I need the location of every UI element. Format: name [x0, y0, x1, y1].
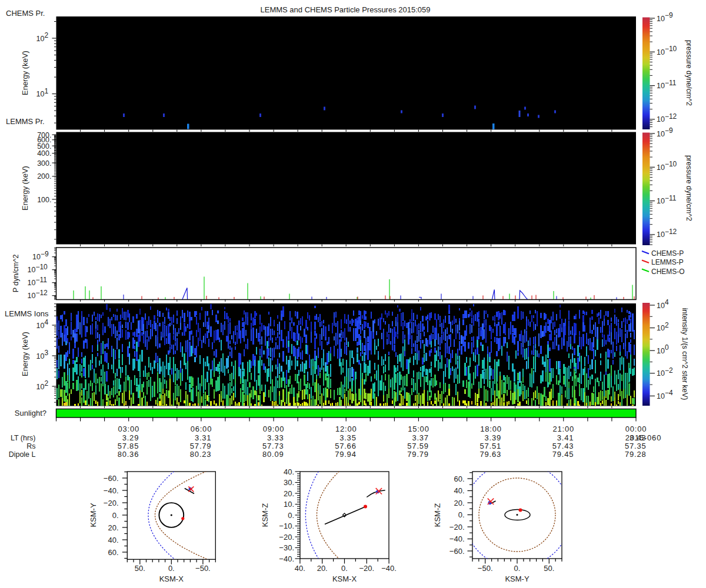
svg-text:0.: 0.: [341, 564, 348, 573]
svg-text:57.35: 57.35: [625, 442, 647, 450]
svg-text:200.: 200.: [37, 172, 51, 181]
svg-text:Energy (keV): Energy (keV): [21, 332, 29, 376]
svg-text:10−9: 10−9: [657, 126, 673, 138]
svg-text:−30.: −30.: [279, 543, 294, 552]
svg-text:57.43: 57.43: [552, 442, 574, 450]
svg-text:Rs: Rs: [26, 442, 35, 450]
svg-text:−50.: −50.: [195, 564, 211, 573]
svg-text:10−11: 10−11: [657, 79, 677, 91]
svg-text:KSM-Y: KSM-Y: [505, 574, 530, 583]
svg-text:10−12: 10−12: [28, 289, 48, 300]
svg-text:−20.: −20.: [279, 533, 294, 542]
svg-text:−60.: −60.: [449, 547, 465, 556]
svg-text:Energy (keV): Energy (keV): [21, 166, 29, 211]
svg-text:100.: 100.: [37, 196, 51, 204]
svg-text:KSM-Y: KSM-Y: [89, 503, 98, 527]
svg-text:pressure dyne/cm^2: pressure dyne/cm^2: [685, 40, 693, 106]
svg-text:−40.: −40.: [104, 486, 119, 495]
svg-text:60.: 60.: [454, 475, 464, 483]
svg-text:80.09: 80.09: [262, 450, 284, 459]
svg-text:CHEMS-O: CHEMS-O: [651, 268, 685, 276]
svg-text:Dipole L: Dipole L: [9, 450, 36, 459]
svg-text:−20.: −20.: [104, 499, 119, 507]
svg-text:intensity 1/(s cm^2 ster keV): intensity 1/(s cm^2 ster keV): [681, 308, 689, 400]
svg-text:101: 101: [36, 87, 49, 99]
svg-text:104: 104: [657, 298, 669, 310]
svg-text:40.: 40.: [108, 536, 118, 544]
svg-text:Sunlight?: Sunlight?: [15, 409, 46, 417]
svg-text:30.: 30.: [284, 478, 294, 487]
svg-text:79.63: 79.63: [480, 450, 502, 459]
svg-text:102: 102: [36, 31, 49, 43]
svg-text:400.: 400.: [37, 149, 51, 158]
svg-text:CHEMS-P: CHEMS-P: [651, 249, 684, 258]
svg-text:10−2: 10−2: [657, 366, 673, 378]
svg-text:0.: 0.: [288, 511, 294, 520]
svg-text:0.: 0.: [168, 564, 175, 573]
svg-text:79.94: 79.94: [335, 450, 357, 459]
svg-text:−40.: −40.: [279, 554, 294, 563]
svg-text:10.: 10.: [284, 500, 294, 509]
svg-text:3.41: 3.41: [557, 433, 574, 442]
svg-text:80.23: 80.23: [190, 450, 212, 459]
svg-text:50.: 50.: [544, 564, 554, 573]
svg-text:Energy (keV): Energy (keV): [21, 51, 29, 95]
svg-text:40.: 40.: [454, 486, 464, 495]
svg-text:LEMMS Ions: LEMMS Ions: [5, 309, 49, 318]
svg-text:10−11: 10−11: [657, 194, 677, 206]
svg-text:KSM-X: KSM-X: [159, 574, 184, 583]
svg-text:−20.: −20.: [449, 523, 465, 532]
svg-text:−10.: −10.: [279, 522, 294, 530]
svg-text:−40.: −40.: [381, 564, 397, 573]
svg-text:10−10: 10−10: [657, 45, 677, 56]
svg-text:3.39: 3.39: [485, 433, 502, 442]
svg-text:10−12: 10−12: [657, 228, 677, 239]
svg-text:57.79: 57.79: [190, 442, 212, 450]
svg-text:10−4: 10−4: [657, 389, 673, 400]
svg-text:LEMMS Pr.: LEMMS Pr.: [6, 117, 45, 126]
svg-text:57.85: 57.85: [118, 442, 139, 450]
svg-text:KSM-X: KSM-X: [332, 574, 357, 583]
svg-text:12:00: 12:00: [335, 425, 357, 433]
svg-text:57.59: 57.59: [407, 442, 429, 450]
svg-text:2015-060: 2015-060: [625, 433, 661, 442]
svg-text:20.: 20.: [317, 564, 328, 573]
svg-text:10−12: 10−12: [657, 112, 677, 124]
svg-text:P dyn/cm^2: P dyn/cm^2: [12, 255, 20, 293]
svg-text:57.66: 57.66: [335, 442, 357, 450]
svg-text:20.: 20.: [108, 523, 118, 532]
svg-text:10−11: 10−11: [28, 276, 48, 288]
svg-text:10−10: 10−10: [28, 263, 48, 275]
svg-text:103: 103: [36, 349, 49, 360]
svg-text:100: 100: [657, 343, 669, 355]
svg-text:10−10: 10−10: [657, 160, 677, 172]
svg-text:20.: 20.: [284, 489, 294, 498]
svg-text:−20.: −20.: [359, 564, 374, 573]
svg-text:15:00: 15:00: [408, 425, 429, 433]
svg-text:0.: 0.: [514, 564, 521, 573]
svg-text:3.29: 3.29: [122, 433, 139, 442]
svg-text:57.51: 57.51: [480, 442, 502, 450]
svg-text:18:00: 18:00: [480, 425, 502, 433]
svg-text:300.: 300.: [37, 159, 51, 168]
svg-text:79.45: 79.45: [552, 450, 574, 459]
svg-text:50.: 50.: [135, 564, 145, 573]
svg-text:10−9: 10−9: [32, 250, 49, 262]
svg-text:00:00: 00:00: [625, 425, 647, 433]
svg-text:0.: 0.: [112, 511, 119, 520]
svg-text:40.: 40.: [295, 564, 305, 573]
svg-text:20.: 20.: [454, 499, 464, 507]
svg-text:79.79: 79.79: [407, 450, 429, 459]
svg-text:79.28: 79.28: [625, 450, 647, 459]
svg-text:03:00: 03:00: [118, 425, 139, 433]
svg-text:104: 104: [36, 318, 49, 330]
svg-text:3.35: 3.35: [339, 433, 357, 442]
svg-text:LT (hrs): LT (hrs): [11, 434, 36, 442]
svg-text:0.: 0.: [458, 510, 465, 519]
svg-text:KSM-Z: KSM-Z: [261, 503, 269, 527]
svg-text:pressure dyne/cm^2: pressure dyne/cm^2: [685, 155, 693, 221]
svg-text:102: 102: [657, 321, 669, 333]
svg-text:LEMMS and CHEMS Particle Press: LEMMS and CHEMS Particle Pressures 2015:…: [260, 5, 430, 14]
svg-text:LEMMS-P: LEMMS-P: [651, 258, 684, 266]
svg-text:09:00: 09:00: [263, 425, 285, 433]
